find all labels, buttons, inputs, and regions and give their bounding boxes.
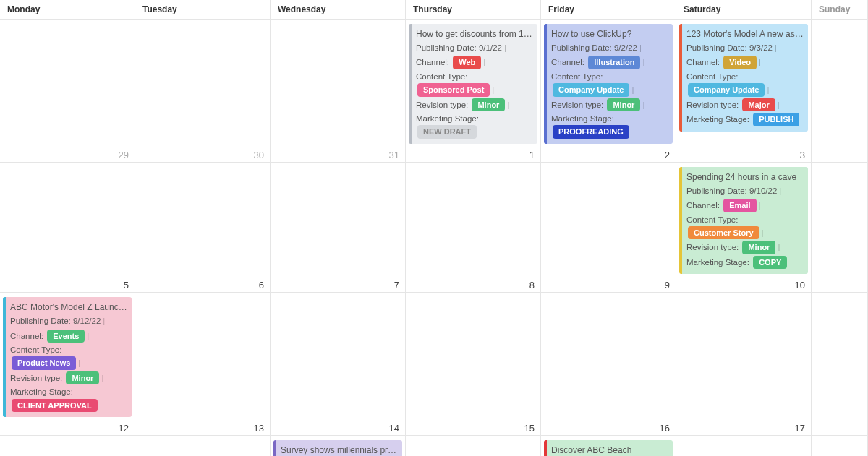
day-cell[interactable]: 123 Motor's Model A new assembly lin Pub… bbox=[676, 20, 812, 162]
calendar: Monday Tuesday Wednesday Thursday Friday… bbox=[0, 0, 868, 456]
day-number: 14 bbox=[389, 423, 399, 434]
content-type-pill: Product News bbox=[12, 356, 76, 370]
stage-pill: PROOFREADING bbox=[553, 125, 629, 139]
day-cell[interactable]: 16 bbox=[541, 293, 676, 435]
field-label: Content Type: bbox=[686, 215, 738, 224]
field-label: Marketing Stage: bbox=[10, 387, 73, 396]
day-cell[interactable]: 20 bbox=[135, 436, 271, 456]
field-label: Publishing Date: bbox=[551, 43, 612, 52]
day-header: Saturday bbox=[676, 0, 812, 19]
day-number: 7 bbox=[394, 280, 399, 291]
day-cell[interactable]: 19 bbox=[0, 436, 135, 456]
day-cell[interactable]: 24 bbox=[676, 436, 812, 456]
day-cell[interactable]: Survey shows millennials prefer electr P… bbox=[271, 436, 406, 456]
revision-pill: Minor bbox=[607, 98, 640, 112]
day-cell[interactable]: 6 bbox=[135, 163, 271, 293]
field-label: Marketing Stage: bbox=[686, 115, 749, 124]
day-number: 10 bbox=[795, 280, 805, 291]
day-number: 3 bbox=[800, 150, 805, 160]
day-cell[interactable]: 22 bbox=[406, 436, 541, 456]
day-number: 1 bbox=[529, 150, 535, 160]
channel-pill: Events bbox=[47, 330, 85, 343]
day-cell[interactable]: 30 bbox=[135, 20, 271, 162]
field-label: Content Type: bbox=[10, 345, 61, 354]
field-label: Content Type: bbox=[686, 72, 738, 81]
stage-pill: COPY bbox=[753, 256, 787, 270]
day-cell[interactable]: How to use ClickUp? Publishing Date: 9/2… bbox=[541, 20, 676, 162]
day-cell[interactable]: 15 bbox=[406, 293, 541, 435]
event-card[interactable]: Survey shows millennials prefer electr P… bbox=[273, 440, 402, 456]
day-number: 13 bbox=[254, 423, 264, 434]
day-cell[interactable] bbox=[812, 163, 868, 293]
day-cell[interactable]: 17 bbox=[676, 293, 812, 435]
content-type-pill: Company Update bbox=[688, 83, 765, 97]
channel-pill: Email bbox=[723, 199, 756, 212]
day-cell[interactable]: ABC Motor's Model Z Launch Event Publish… bbox=[0, 293, 135, 435]
day-cell[interactable]: How to get discounts from 123 Mart? Publ… bbox=[406, 20, 541, 162]
day-cell[interactable]: 7 bbox=[271, 163, 406, 293]
week-row: 29 30 31 How to get discounts from 123 M… bbox=[0, 20, 868, 163]
revision-pill: Major bbox=[742, 98, 775, 112]
day-header: Wednesday bbox=[271, 0, 406, 19]
card-title: Survey shows millennials prefer electr bbox=[281, 444, 398, 456]
event-card[interactable]: Discover ABC Beach Publishing Date: 9/23… bbox=[544, 440, 673, 456]
day-cell[interactable] bbox=[812, 436, 868, 456]
event-card[interactable]: ABC Motor's Model Z Launch Event Publish… bbox=[3, 297, 132, 417]
day-cell[interactable] bbox=[812, 293, 868, 435]
pub-date: 9/12/22 bbox=[73, 317, 101, 325]
field-label: Channel: bbox=[416, 58, 449, 66]
day-cell[interactable]: 5 bbox=[0, 163, 135, 293]
day-cell[interactable]: 14 bbox=[271, 293, 406, 435]
field-label: Marketing Stage: bbox=[686, 258, 749, 267]
content-type-pill: Company Update bbox=[553, 83, 629, 97]
week-row: 5 6 7 8 9 Spending 24 hours in a cave Pu… bbox=[0, 163, 868, 293]
field-label: Marketing Stage: bbox=[416, 114, 479, 123]
field-label: Marketing Stage: bbox=[551, 114, 614, 123]
day-number: 2 bbox=[665, 150, 670, 160]
channel-pill: Video bbox=[723, 56, 757, 69]
event-card[interactable]: 123 Motor's Model A new assembly lin Pub… bbox=[679, 24, 808, 132]
card-title: How to use ClickUp? bbox=[551, 27, 668, 40]
stage-pill: PUBLISH bbox=[753, 113, 799, 126]
day-header: Friday bbox=[541, 0, 676, 19]
card-title: ABC Motor's Model Z Launch Event bbox=[10, 301, 127, 314]
field-label: Publishing Date: bbox=[686, 43, 747, 52]
day-number: 31 bbox=[389, 150, 399, 160]
day-number: 8 bbox=[529, 280, 535, 291]
event-card[interactable]: How to use ClickUp? Publishing Date: 9/2… bbox=[544, 24, 673, 144]
day-cell[interactable]: 9 bbox=[541, 163, 676, 293]
field-label: Channel: bbox=[686, 201, 720, 210]
field-label: Publishing Date: bbox=[686, 186, 747, 195]
field-label: Channel: bbox=[10, 332, 43, 340]
day-number: 17 bbox=[795, 423, 805, 434]
channel-pill: Illustration bbox=[588, 56, 640, 69]
content-type-pill: Customer Story bbox=[688, 226, 760, 240]
day-cell[interactable]: 31 bbox=[271, 20, 406, 162]
weekday-header: Monday Tuesday Wednesday Thursday Friday… bbox=[0, 0, 868, 20]
day-cell[interactable]: Discover ABC Beach Publishing Date: 9/23… bbox=[541, 436, 676, 456]
day-number: 12 bbox=[119, 423, 129, 434]
card-title: Spending 24 hours in a cave bbox=[686, 171, 804, 184]
pub-date: 9/10/22 bbox=[749, 186, 777, 195]
day-header: Tuesday bbox=[135, 0, 271, 19]
field-label: Content Type: bbox=[416, 72, 467, 81]
revision-pill: Minor bbox=[66, 371, 99, 385]
content-type-pill: Sponsored Post bbox=[417, 83, 490, 97]
day-header: Thursday bbox=[406, 0, 541, 19]
stage-pill: NEW DRAFT bbox=[417, 125, 477, 139]
day-cell[interactable]: 8 bbox=[406, 163, 541, 293]
field-label: Publishing Date: bbox=[10, 317, 71, 325]
field-label: Revision type: bbox=[686, 243, 739, 251]
day-number: 30 bbox=[254, 150, 264, 160]
revision-pill: Minor bbox=[742, 241, 775, 254]
day-cell[interactable]: 13 bbox=[135, 293, 271, 435]
event-card[interactable]: Spending 24 hours in a cave Publishing D… bbox=[679, 167, 808, 275]
event-card[interactable]: How to get discounts from 123 Mart? Publ… bbox=[409, 24, 537, 144]
field-label: Content Type: bbox=[551, 72, 603, 81]
revision-pill: Minor bbox=[472, 98, 505, 112]
channel-pill: Web bbox=[453, 56, 481, 69]
day-cell[interactable]: Spending 24 hours in a cave Publishing D… bbox=[676, 163, 812, 293]
day-header: Monday bbox=[0, 0, 135, 19]
day-cell[interactable] bbox=[812, 20, 868, 162]
day-cell[interactable]: 29 bbox=[0, 20, 135, 162]
